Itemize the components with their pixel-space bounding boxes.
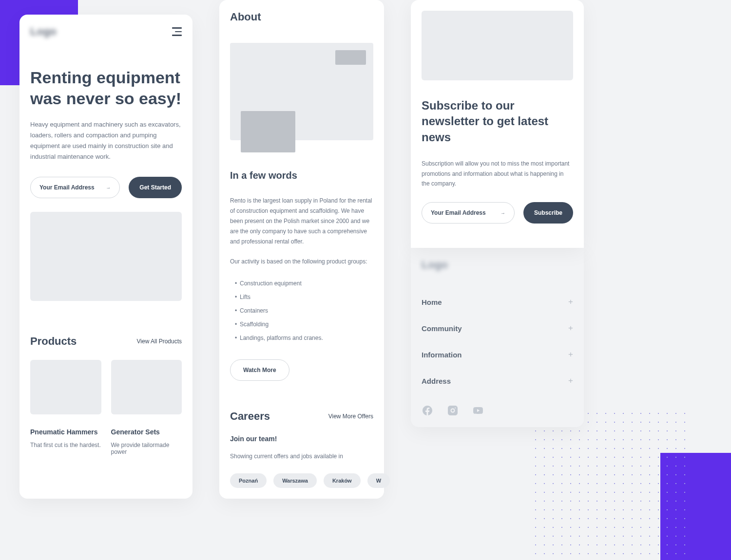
get-started-button[interactable]: Get Started <box>129 177 182 198</box>
view-all-products-link[interactable]: View All Products <box>137 338 182 345</box>
home-card: Logo Renting equipment was never so easy… <box>19 15 192 499</box>
plus-icon: + <box>568 350 573 359</box>
about-title: About <box>230 11 373 23</box>
about-subheading: In a few words <box>230 170 373 181</box>
footer-item-label: Address <box>422 377 451 385</box>
product-card[interactable]: Generator Sets We provide tailormade pow… <box>111 360 182 455</box>
view-more-offers-link[interactable]: View More Offers <box>328 413 373 420</box>
product-card[interactable]: Pneumatic Hammers That first cut is the … <box>30 360 101 455</box>
instagram-icon[interactable] <box>447 405 459 416</box>
about-text: Our activity is based on the following p… <box>230 257 373 267</box>
newsletter-image-placeholder <box>422 11 573 80</box>
email-placeholder: Your Email Address <box>431 209 486 216</box>
location-chip[interactable]: Warszawa <box>273 473 317 488</box>
list-item: Landings, platforms and cranes. <box>230 331 373 345</box>
plus-icon: + <box>568 376 573 386</box>
header: Logo <box>30 25 182 38</box>
products-row: Pneumatic Hammers That first cut is the … <box>30 360 182 455</box>
location-chip[interactable]: Poznań <box>230 473 267 488</box>
about-list: Construction equipment Lifts Containers … <box>230 277 373 345</box>
hero-image-placeholder <box>30 212 182 301</box>
footer-item-label: Information <box>422 351 462 359</box>
product-desc: We provide tailormade power <box>111 442 182 455</box>
arrow-right-icon: → <box>500 210 505 216</box>
social-row <box>422 405 573 416</box>
plus-icon: + <box>568 297 573 307</box>
cta-row: Your Email Address → Get Started <box>30 177 182 198</box>
location-chips: Poznań Warszawa Kraków W <box>230 473 373 488</box>
about-text: Rento is the largest loan supply in Pola… <box>230 196 373 247</box>
footer: Logo Home + Community + Information + Ad… <box>411 248 584 427</box>
about-image-overlay-placeholder <box>241 111 295 152</box>
youtube-icon[interactable] <box>472 405 484 416</box>
facebook-icon[interactable] <box>422 405 433 416</box>
subscribe-button[interactable]: Subscribe <box>523 202 573 224</box>
hero-description: Heavy equipment and machinery such as ex… <box>30 119 182 162</box>
hero-title: Renting equipment was never so easy! <box>30 67 182 109</box>
about-image-group <box>230 43 373 152</box>
product-title: Generator Sets <box>111 428 182 436</box>
products-header: Products View All Products <box>30 335 182 348</box>
products-title: Products <box>30 335 77 348</box>
arrow-right-icon: → <box>106 185 111 190</box>
careers-text: Showing current offers and jobs availabl… <box>230 451 373 461</box>
list-item: Scaffolding <box>230 317 373 331</box>
logo: Logo <box>30 25 57 38</box>
careers-title: Careers <box>230 410 270 423</box>
location-chip[interactable]: W <box>367 473 390 488</box>
careers-subtitle: Join our team! <box>230 435 373 443</box>
footer-accordion-information[interactable]: Information + <box>422 341 573 368</box>
footer-logo: Logo <box>422 259 573 271</box>
email-placeholder: Your Email Address <box>39 184 95 191</box>
product-image-placeholder <box>30 360 101 414</box>
newsletter-cta-row: Your Email Address → Subscribe <box>422 202 573 224</box>
product-title: Pneumatic Hammers <box>30 428 101 436</box>
footer-accordion-community[interactable]: Community + <box>422 315 573 341</box>
footer-accordion-address[interactable]: Address + <box>422 368 573 394</box>
plus-icon: + <box>568 323 573 333</box>
newsletter-desc: Subscription will allow you not to miss … <box>422 159 573 188</box>
about-image-overlay-placeholder <box>335 50 366 65</box>
list-item: Construction equipment <box>230 277 373 290</box>
newsletter-card: Subscribe to our newsletter to get lates… <box>411 0 584 248</box>
watch-more-button[interactable]: Watch More <box>230 359 289 381</box>
list-item: Containers <box>230 304 373 317</box>
product-image-placeholder <box>111 360 182 414</box>
location-chip[interactable]: Kraków <box>324 473 361 488</box>
careers-header: Careers View More Offers <box>230 410 373 423</box>
footer-accordion-home[interactable]: Home + <box>422 289 573 315</box>
newsletter-title: Subscribe to our newsletter to get lates… <box>422 98 573 145</box>
footer-item-label: Community <box>422 324 462 333</box>
product-desc: That first cut is the hardest. <box>30 442 101 448</box>
newsletter-email-input[interactable]: Your Email Address → <box>422 202 515 224</box>
footer-item-label: Home <box>422 298 442 306</box>
email-input[interactable]: Your Email Address → <box>30 177 120 198</box>
about-card: About In a few words Rento is the larges… <box>219 0 384 499</box>
hamburger-menu-icon[interactable] <box>172 27 182 36</box>
list-item: Lifts <box>230 290 373 304</box>
